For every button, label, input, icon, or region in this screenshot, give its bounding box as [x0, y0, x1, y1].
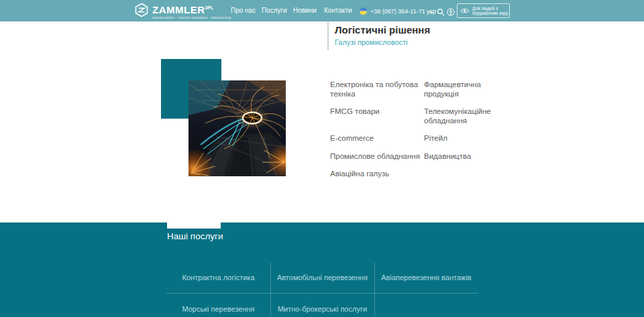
accessibility-icon[interactable] — [447, 7, 455, 15]
industry-link[interactable]: E-commerce — [330, 134, 424, 143]
industry-link[interactable]: Телекомунікаційне обладнання — [424, 107, 508, 125]
phone-dropdown[interactable]: +38 (067) 364-11-71 — [360, 5, 433, 17]
industry-link[interactable]: Промислове обладнання — [330, 152, 424, 162]
industries-list: Електроніка та побутова технікаFMCG това… — [330, 80, 508, 179]
ukraine-flag-icon — [360, 5, 367, 17]
phone-number: +38 (067) 364-11-71 — [370, 8, 425, 15]
eye-icon — [460, 5, 470, 17]
industry-link[interactable]: FMCG товари — [330, 107, 424, 125]
nav-item-services[interactable]: Послуги — [262, 7, 287, 14]
services-title: Наші послуги — [167, 231, 223, 241]
search-icon[interactable] — [437, 7, 445, 15]
logo-icon — [134, 3, 149, 20]
nav-item-about[interactable]: Про нас — [231, 7, 256, 14]
logo-sup: 3PL — [205, 5, 214, 10]
service-link[interactable]: Авіаперевезення вантажів — [381, 273, 471, 281]
language-switcher[interactable]: укр — [427, 7, 436, 15]
industry-link[interactable]: Рітейл — [424, 134, 508, 143]
vision-button-line2: порушенням зору — [472, 11, 508, 15]
industry-link[interactable]: Фармацевтична продукція — [424, 80, 508, 99]
page-title: Логістичні рішення — [335, 24, 430, 36]
service-link[interactable]: Автомобільні перевезення — [277, 273, 368, 281]
services-grid-horizontal-divider — [166, 293, 478, 294]
service-cell: Митно-брокерські послуги — [270, 293, 374, 317]
decor-white-square — [167, 201, 221, 229]
service-link[interactable]: Морські перевезення — [182, 305, 254, 313]
industry-link[interactable]: Видавництва — [424, 152, 508, 162]
vision-impaired-button[interactable]: Для людей з порушенням зору — [457, 3, 510, 18]
industry-link[interactable]: Авіаційна галузь — [330, 170, 424, 179]
service-link[interactable]: Контрактна логістика — [182, 273, 254, 281]
industry-photo — [189, 80, 286, 176]
services-grid: Контрактна логістикаАвтомобільні перевез… — [166, 261, 478, 317]
vision-button-line1: Для людей з — [472, 6, 498, 11]
logo[interactable]: ZAMMLER3PL transportation · customs clea… — [134, 3, 231, 20]
nav-item-contacts[interactable]: Контакти — [324, 7, 352, 14]
top-navbar: ZAMMLER3PL transportation · customs clea… — [0, 0, 644, 21]
service-link[interactable]: Митно-брокерські послуги — [278, 305, 367, 313]
page: ZAMMLER3PL transportation · customs clea… — [0, 0, 644, 317]
services-grid-vertical-divider — [374, 263, 375, 317]
page-heading-block: Логістичні рішення Галузі промисловості — [327, 22, 430, 50]
services-grid-vertical-divider — [270, 263, 271, 317]
nav-item-news[interactable]: Новини — [293, 7, 317, 14]
service-cell: Контрактна логістика — [166, 261, 270, 293]
industry-link[interactable]: Електроніка та побутова техніка — [330, 80, 424, 99]
logo-tagline: transportation · customs clearance · war… — [152, 16, 231, 19]
service-cell: Авіаперевезення вантажів — [374, 261, 478, 293]
logo-name: ZAMMLER3PL — [152, 3, 231, 15]
industries-breadcrumb-link[interactable]: Галузі промисловості — [335, 38, 408, 46]
service-cell: Автомобільні перевезення — [270, 261, 374, 293]
service-cell: Морські перевезення — [166, 293, 270, 317]
